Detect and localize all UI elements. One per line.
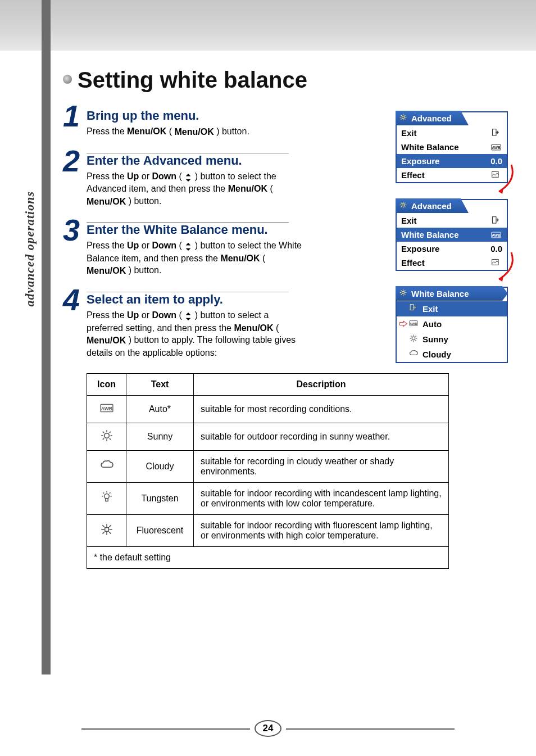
gear-icon bbox=[399, 201, 409, 211]
menu-item-label: White Balance bbox=[401, 230, 459, 239]
menu-tab: White Balance bbox=[396, 286, 508, 301]
page-number-value: 24 bbox=[255, 720, 281, 737]
menu-item-label: Exit bbox=[401, 216, 417, 225]
step-number: 2 bbox=[63, 143, 80, 178]
page-title: Setting white balance bbox=[63, 67, 508, 93]
table-row: Sunny suitable for outdoor recording in … bbox=[87, 423, 449, 451]
menu-item-label: Exposure bbox=[401, 244, 439, 253]
table-footer: * the default setting bbox=[87, 547, 449, 569]
title-bullet-icon bbox=[63, 75, 72, 84]
table-row: Fluorescent suitable for indoor recordin… bbox=[87, 515, 449, 547]
wb-item-auto[interactable]: Auto bbox=[397, 316, 507, 332]
page-number: 24 bbox=[255, 720, 281, 737]
table-row: Cloudy suitable for recording in cloudy … bbox=[87, 451, 449, 483]
table-desc-cell: suitable for most recording conditions. bbox=[194, 396, 449, 423]
menu-panel-1: Advanced Exit White Balance Exposure0.0 … bbox=[396, 111, 508, 183]
table-text-cell: Auto* bbox=[126, 396, 194, 423]
step-1: 1 Bring up the menu. Press the Menu/OK (… bbox=[63, 108, 305, 138]
menu-panel-3: White Balance Exit Auto Sunny Cloudy bbox=[396, 287, 508, 363]
step-body: Press the Up or Down ( ) button to selec… bbox=[87, 239, 305, 277]
menu-item-label: White Balance bbox=[401, 142, 459, 152]
table-header: Text bbox=[126, 374, 194, 396]
exit-icon bbox=[490, 129, 502, 138]
steps-column: 1 Bring up the menu. Press the Menu/OK (… bbox=[63, 108, 305, 359]
menu-item-effect[interactable]: Effect bbox=[397, 168, 507, 182]
step-title: Enter the Advanced menu. bbox=[87, 153, 305, 168]
step-number: 3 bbox=[63, 212, 80, 247]
sunny-icon bbox=[409, 334, 418, 345]
fluorescent-icon bbox=[87, 515, 126, 547]
cloudy-icon bbox=[409, 349, 418, 360]
menu-ok-label-icon: Menu/OK bbox=[87, 196, 126, 208]
awb-icon bbox=[87, 396, 126, 423]
up-down-icon bbox=[184, 171, 192, 183]
white-balance-table: IconTextDescription Auto* suitable for m… bbox=[87, 373, 449, 569]
table-desc-cell: suitable for outdoor recording in sunny … bbox=[194, 423, 449, 451]
wb-item-sunny[interactable]: Sunny bbox=[397, 332, 507, 347]
step-number: 1 bbox=[63, 98, 80, 133]
menu-item-exposure[interactable]: Exposure0.0 bbox=[397, 242, 507, 256]
side-section-label: advanced operations bbox=[22, 191, 37, 306]
up-down-icon bbox=[184, 240, 192, 252]
flow-arrow-icon bbox=[494, 251, 517, 287]
menu-item-label: Exposure bbox=[401, 156, 439, 166]
table-desc-cell: suitable for recording in cloudy weather… bbox=[194, 451, 449, 483]
top-banner bbox=[0, 0, 536, 51]
menu-tab-label: Advanced bbox=[411, 114, 452, 123]
table-row: Auto* suitable for most recording condit… bbox=[87, 396, 449, 423]
gear-icon bbox=[399, 113, 409, 123]
tungsten-icon bbox=[87, 483, 126, 515]
gear-icon bbox=[399, 288, 409, 298]
step-title: Select an item to apply. bbox=[87, 292, 305, 307]
awb-icon bbox=[490, 143, 502, 152]
menu-item-exit[interactable]: Exit bbox=[397, 214, 507, 228]
menu-item-label: Exit bbox=[401, 128, 417, 138]
menu-item-white-balance[interactable]: White Balance bbox=[397, 140, 507, 154]
menu-illustrations: Advanced Exit White Balance Exposure0.0 … bbox=[396, 111, 508, 379]
awb-icon bbox=[409, 319, 418, 329]
step-number: 4 bbox=[63, 282, 80, 317]
table-text-cell: Sunny bbox=[126, 423, 194, 451]
step-2: 2 Enter the Advanced menu. Press the Up … bbox=[63, 153, 305, 208]
table-text-cell: Cloudy bbox=[126, 451, 194, 483]
wb-item-label: Cloudy bbox=[423, 350, 451, 359]
exit-icon bbox=[490, 216, 502, 225]
menu-item-white-balance[interactable]: White Balance bbox=[397, 228, 507, 242]
table-row: Tungsten suitable for indoor recording w… bbox=[87, 483, 449, 515]
menu-item-exit[interactable]: Exit bbox=[397, 126, 507, 140]
cloudy-icon bbox=[87, 451, 126, 483]
menu-item-label: Effect bbox=[401, 258, 425, 268]
step-3: 3 Enter the White Balance menu. Press th… bbox=[63, 223, 305, 277]
left-rail bbox=[42, 0, 51, 674]
menu-tab-label: White Balance bbox=[411, 289, 469, 298]
exit-icon bbox=[409, 304, 418, 314]
wb-item-exit[interactable]: Exit bbox=[397, 301, 507, 316]
awb-icon bbox=[490, 230, 502, 239]
step-title: Bring up the menu. bbox=[87, 108, 305, 123]
menu-tab: Advanced bbox=[396, 198, 469, 213]
menu-ok-label-icon: Menu/OK bbox=[87, 265, 126, 277]
up-down-icon bbox=[184, 310, 192, 322]
menu-tab: Advanced bbox=[396, 111, 469, 125]
wb-item-cloudy[interactable]: Cloudy bbox=[397, 347, 507, 362]
select-arrow-icon bbox=[399, 319, 408, 330]
menu-item-exposure[interactable]: Exposure0.0 bbox=[397, 154, 507, 168]
table-header: Icon bbox=[87, 374, 126, 396]
table-text-cell: Tungsten bbox=[126, 483, 194, 515]
table-desc-cell: suitable for indoor recording with fluor… bbox=[194, 515, 449, 547]
wb-item-label: Sunny bbox=[423, 334, 448, 344]
wb-item-label: Auto bbox=[423, 319, 442, 329]
step-body: Press the Up or Down ( ) button to selec… bbox=[87, 170, 305, 208]
menu-item-effect[interactable]: Effect bbox=[397, 256, 507, 270]
sunny-icon bbox=[87, 423, 126, 451]
step-body: Press the Up or Down ( ) button to selec… bbox=[87, 309, 305, 359]
wb-item-label: Exit bbox=[423, 304, 438, 314]
step-title: Enter the White Balance menu. bbox=[87, 223, 305, 237]
step-4: 4 Select an item to apply. Press the Up … bbox=[63, 292, 305, 359]
table-text-cell: Fluorescent bbox=[126, 515, 194, 547]
menu-ok-label-icon: Menu/OK bbox=[174, 126, 214, 138]
step-body: Press the Menu/OK ( Menu/OK ) button. bbox=[87, 125, 305, 138]
flow-arrow-icon bbox=[494, 164, 517, 199]
table-desc-cell: suitable for indoor recording with incan… bbox=[194, 483, 449, 515]
menu-tab-label: Advanced bbox=[411, 201, 452, 211]
